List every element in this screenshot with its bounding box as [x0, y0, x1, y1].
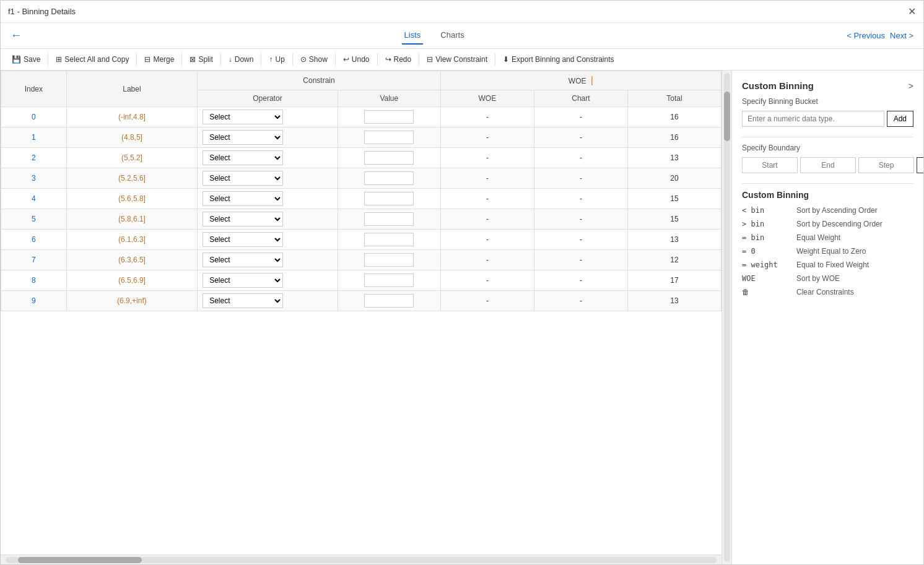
view-constraint-button[interactable]: ⊟ View Constraint — [422, 53, 492, 66]
redo-button[interactable]: ↪ Redo — [380, 53, 417, 66]
cell-operator[interactable]: Select < bin > bin = bin = 0 = weight WO… — [198, 250, 338, 270]
merge-button[interactable]: ⊟ Merge — [139, 53, 179, 66]
table-area: Index Label Constrain WOE | — [1, 71, 721, 564]
table-body: 0 (-inf,4.8] Select < bin > bin = bin = … — [1, 107, 721, 311]
cell-woe: - — [440, 250, 534, 270]
export-icon: ⬇ — [503, 55, 509, 64]
cell-operator[interactable]: Select < bin > bin = bin = 0 = weight WO… — [198, 189, 338, 209]
table-wrapper[interactable]: Index Label Constrain WOE | — [1, 71, 721, 554]
operator-select[interactable]: Select < bin > bin = bin = 0 = weight WO… — [203, 150, 283, 165]
value-input[interactable] — [364, 171, 414, 185]
add-boundary-button[interactable]: Add — [917, 157, 923, 173]
cell-woe: - — [440, 189, 534, 209]
cell-total: 13 — [627, 291, 721, 311]
cell-operator[interactable]: Select < bin > bin = bin = 0 = weight WO… — [198, 168, 338, 189]
cell-operator[interactable]: Select < bin > bin = bin = 0 = weight WO… — [198, 127, 338, 148]
cell-total: 16 — [627, 107, 721, 127]
cell-index: 5 — [1, 209, 67, 230]
next-button[interactable]: Next > — [890, 31, 913, 40]
specify-bucket-label: Specify Binning Bucket — [742, 97, 913, 106]
cell-operator[interactable]: Select < bin > bin = bin = 0 = weight WO… — [198, 148, 338, 168]
add-bucket-button[interactable]: Add — [887, 111, 913, 127]
col-woe-val-header: WOE — [440, 90, 534, 107]
operator-select[interactable]: Select < bin > bin = bin = 0 = weight WO… — [203, 212, 283, 226]
export-button[interactable]: ⬇ Export Binning and Constraints — [498, 53, 619, 66]
cell-value[interactable] — [338, 291, 440, 311]
value-input[interactable] — [364, 192, 414, 205]
cell-value[interactable] — [338, 230, 440, 250]
cell-operator[interactable]: Select < bin > bin = bin = 0 = weight WO… — [198, 291, 338, 311]
woe-indicator: | — [591, 75, 593, 85]
end-input[interactable] — [800, 157, 856, 173]
prev-button[interactable]: < Previous — [847, 31, 885, 40]
cell-index: 4 — [1, 189, 67, 209]
cell-value[interactable] — [338, 270, 440, 291]
value-input[interactable] — [364, 253, 414, 267]
cell-woe: - — [440, 127, 534, 148]
cell-value[interactable] — [338, 250, 440, 270]
operator-select[interactable]: Select < bin > bin = bin = 0 = weight WO… — [203, 293, 283, 308]
step-input[interactable] — [858, 157, 914, 173]
undo-button[interactable]: ↩ Undo — [338, 53, 375, 66]
value-input[interactable] — [364, 233, 414, 246]
cell-value[interactable] — [338, 168, 440, 189]
sidebar-expand-button[interactable]: > — [909, 81, 913, 91]
cell-woe: - — [440, 148, 534, 168]
operator-select[interactable]: Select < bin > bin = bin = 0 = weight WO… — [203, 110, 283, 124]
down-icon: ↓ — [229, 55, 232, 64]
toolbar-sep-6 — [292, 53, 293, 66]
close-button[interactable]: ✕ — [908, 6, 916, 17]
save-icon: 💾 — [12, 55, 21, 64]
tab-lists[interactable]: Lists — [402, 27, 424, 45]
vertical-scroll-thumb[interactable] — [724, 92, 730, 141]
value-input[interactable] — [364, 131, 414, 144]
cell-index: 6 — [1, 230, 67, 250]
cell-value[interactable] — [338, 209, 440, 230]
operator-select[interactable]: Select < bin > bin = bin = 0 = weight WO… — [203, 130, 283, 145]
select-all-copy-button[interactable]: ⊞ Select All and Copy — [51, 53, 134, 66]
horizontal-scrollbar[interactable] — [1, 554, 721, 564]
bucket-input[interactable] — [742, 111, 884, 127]
tab-charts[interactable]: Charts — [438, 27, 466, 45]
cell-operator[interactable]: Select < bin > bin = bin = 0 = weight WO… — [198, 107, 338, 127]
start-input[interactable] — [742, 157, 798, 173]
vertical-scrollbar[interactable] — [721, 71, 731, 564]
value-input[interactable] — [364, 212, 414, 226]
cell-chart: - — [534, 127, 627, 148]
down-button[interactable]: ↓ Down — [224, 53, 259, 66]
value-input[interactable] — [364, 151, 414, 165]
cell-operator[interactable]: Select < bin > bin = bin = 0 = weight WO… — [198, 209, 338, 230]
cell-operator[interactable]: Select < bin > bin = bin = 0 = weight WO… — [198, 230, 338, 250]
toolbar: 💾 Save ⊞ Select All and Copy ⊟ Merge ⊠ S… — [1, 49, 923, 71]
operator-select[interactable]: Select < bin > bin = bin = 0 = weight WO… — [203, 273, 283, 288]
cell-label: (5,5.2] — [66, 148, 197, 168]
horizontal-scroll-thumb[interactable] — [18, 557, 142, 563]
binning-item: = weight Equal to Fixed Weight — [742, 261, 913, 269]
col-constrain-header: Constrain — [198, 71, 441, 90]
operator-select[interactable]: Select < bin > bin = bin = 0 = weight WO… — [203, 252, 283, 267]
table-row: 2 (5,5.2] Select < bin > bin = bin = 0 =… — [1, 148, 721, 168]
binning-item: 🗑 Clear Constraints — [742, 288, 913, 296]
operator-select[interactable]: Select < bin > bin = bin = 0 = weight WO… — [203, 191, 283, 206]
save-button[interactable]: 💾 Save — [7, 53, 45, 66]
cell-value[interactable] — [338, 189, 440, 209]
show-button[interactable]: ⊙ Show — [295, 53, 333, 66]
back-button[interactable]: ← — [11, 29, 22, 42]
binning-key: 🗑 — [742, 288, 791, 296]
sidebar-title: Custom Binning > — [742, 80, 913, 91]
up-button[interactable]: ↑ Up — [264, 53, 289, 66]
vertical-scroll-track — [724, 73, 730, 562]
split-button[interactable]: ⊠ Split — [185, 53, 217, 66]
toolbar-sep-2 — [136, 53, 137, 66]
up-icon: ↑ — [269, 55, 272, 64]
value-input[interactable] — [364, 294, 414, 308]
cell-value[interactable] — [338, 127, 440, 148]
cell-chart: - — [534, 250, 627, 270]
operator-select[interactable]: Select < bin > bin = bin = 0 = weight WO… — [203, 171, 283, 186]
value-input[interactable] — [364, 110, 414, 124]
cell-value[interactable] — [338, 148, 440, 168]
value-input[interactable] — [364, 274, 414, 287]
cell-value[interactable] — [338, 107, 440, 127]
operator-select[interactable]: Select < bin > bin = bin = 0 = weight WO… — [203, 232, 283, 247]
cell-operator[interactable]: Select < bin > bin = bin = 0 = weight WO… — [198, 270, 338, 291]
